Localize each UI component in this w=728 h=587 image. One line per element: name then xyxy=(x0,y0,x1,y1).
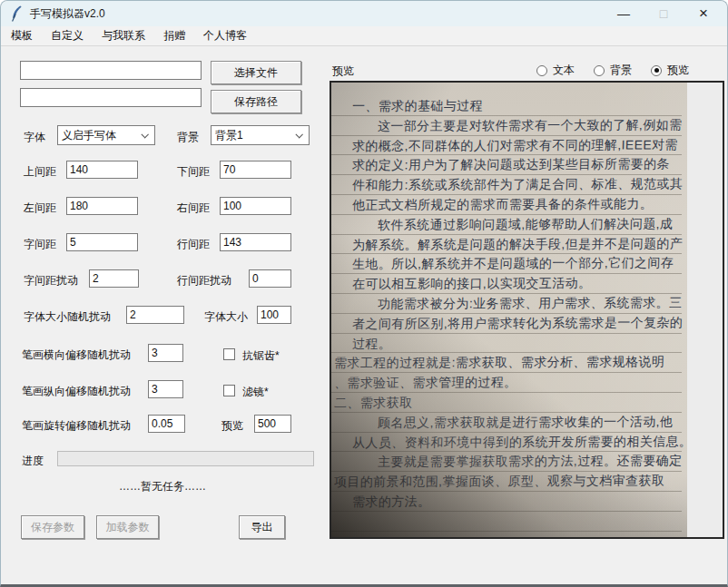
preview-panel-label: 预览 xyxy=(332,64,354,79)
line-spacing-jitter-label: 行间距扰动 xyxy=(177,273,231,289)
close-button[interactable]: × xyxy=(684,1,723,26)
char-spacing-input[interactable] xyxy=(66,233,138,251)
preview-count-label: 预览 xyxy=(221,418,243,434)
chevron-down-icon xyxy=(295,131,302,138)
font-size-input[interactable] xyxy=(257,306,291,324)
left-margin-label: 左间距 xyxy=(24,201,56,216)
menu-item[interactable]: 与我联系 xyxy=(100,26,147,45)
titlebar: 手写模拟器v2.0 — □ × xyxy=(1,1,727,26)
chevron-down-icon xyxy=(141,131,148,138)
stroke-h-jitter-label: 笔画横向偏移随机扰动 xyxy=(22,347,131,363)
choose-file-button[interactable]: 选择文件 xyxy=(211,61,301,84)
export-button[interactable]: 导出 xyxy=(239,515,285,539)
antialias-checkbox-label: 抗锯齿* xyxy=(242,348,280,364)
radio-label: 预览 xyxy=(667,63,689,78)
preview-mode-radio[interactable]: 文本 xyxy=(536,63,575,78)
filter-checkbox-label: 滤镜* xyxy=(242,385,269,400)
preview-canvas: 一、需求的基础与过程这一部分主要是对软件需求有一个大致的了解,例如需求的概念,不… xyxy=(330,81,724,539)
window-controls: — □ × xyxy=(604,1,723,26)
top-margin-label: 上间距 xyxy=(24,164,56,180)
app-window: 手写模拟器v2.0 — □ × 模板自定义与我联系捐赠个人博客 选择文件 保存路… xyxy=(0,0,728,587)
stroke-rot-jitter-label: 笔画旋转偏移随机扰动 xyxy=(22,418,131,434)
stroke-v-jitter-input[interactable] xyxy=(148,380,183,398)
char-spacing-jitter-label: 字间距扰动 xyxy=(24,273,78,289)
preview-photo: 一、需求的基础与过程这一部分主要是对软件需求有一个大致的了解,例如需求的概念,不… xyxy=(331,83,687,537)
preview-mode-radios: 文本 背景 预览 xyxy=(536,63,689,78)
line-spacing-jitter-input[interactable] xyxy=(249,269,291,288)
menu-item[interactable]: 捐赠 xyxy=(162,26,187,45)
line-spacing-label: 行间距 xyxy=(177,237,210,252)
left-margin-input[interactable] xyxy=(66,197,138,215)
save-params-button[interactable]: 保存参数 xyxy=(21,515,84,539)
font-select[interactable]: 义启手写体 xyxy=(57,125,155,145)
bottom-margin-label: 下间距 xyxy=(177,164,210,180)
maximize-button[interactable]: □ xyxy=(644,1,684,26)
font-size-label: 字体大小 xyxy=(204,309,248,325)
background-label: 背景 xyxy=(177,130,199,145)
background-select[interactable]: 背景1 xyxy=(211,125,310,145)
app-feather-icon xyxy=(10,5,23,22)
font-size-jitter-label: 字体大小随机扰动 xyxy=(24,309,111,325)
preview-count-input[interactable] xyxy=(254,415,291,433)
top-margin-input[interactable] xyxy=(66,161,138,179)
menu-item[interactable]: 自定义 xyxy=(49,26,85,45)
radio-icon xyxy=(651,65,662,76)
filter-checkbox[interactable] xyxy=(223,385,235,396)
antialias-checkbox[interactable] xyxy=(223,348,235,360)
radio-icon xyxy=(594,65,605,76)
right-margin-label: 右间距 xyxy=(177,201,210,216)
photo-shadow-overlay xyxy=(331,83,687,537)
radio-label: 背景 xyxy=(610,63,632,78)
char-spacing-jitter-input[interactable] xyxy=(89,269,139,288)
background-select-value: 背景1 xyxy=(215,128,243,143)
window-title: 手写模拟器v2.0 xyxy=(30,6,105,22)
progress-label: 进度 xyxy=(22,454,44,469)
save-path-button[interactable]: 保存路径 xyxy=(211,90,301,113)
right-margin-input[interactable] xyxy=(220,197,291,215)
stroke-v-jitter-label: 笔画纵向偏移随机扰动 xyxy=(22,384,131,399)
save-path-input[interactable] xyxy=(20,88,202,107)
task-status-text: ……暂无任务…… xyxy=(21,479,304,494)
char-spacing-label: 字间距 xyxy=(24,237,56,252)
line-spacing-input[interactable] xyxy=(220,233,291,251)
menu-item[interactable]: 模板 xyxy=(9,26,34,45)
menu-item[interactable]: 个人博客 xyxy=(202,26,249,45)
progress-bar xyxy=(57,451,314,466)
bottom-margin-input[interactable] xyxy=(220,161,291,179)
minimize-button[interactable]: — xyxy=(604,1,644,26)
source-file-input[interactable] xyxy=(20,61,202,80)
radio-icon xyxy=(536,65,547,76)
font-select-value: 义启手写体 xyxy=(62,128,116,143)
stroke-rot-jitter-input[interactable] xyxy=(148,415,185,433)
menu-bar: 模板自定义与我联系捐赠个人博客 xyxy=(1,26,727,46)
load-params-button[interactable]: 加载参数 xyxy=(96,515,159,539)
stroke-h-jitter-input[interactable] xyxy=(148,344,183,362)
font-label: 字体 xyxy=(24,130,45,145)
preview-mode-radio[interactable]: 背景 xyxy=(594,63,632,78)
radio-label: 文本 xyxy=(553,63,575,78)
font-size-jitter-input[interactable] xyxy=(126,306,184,324)
preview-mode-radio[interactable]: 预览 xyxy=(651,63,689,78)
